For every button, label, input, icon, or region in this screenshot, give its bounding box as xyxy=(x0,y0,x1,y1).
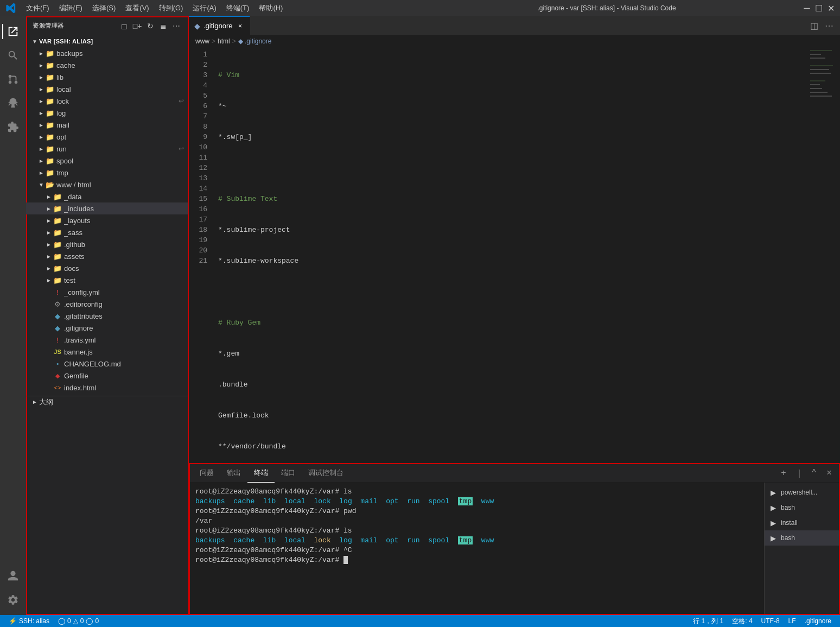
vscode-logo-icon xyxy=(5,3,16,14)
tree-item-gitattributes[interactable]: ► ◆ .gitattributes xyxy=(26,310,188,322)
panel-tab-terminal[interactable]: 终端 xyxy=(247,464,275,483)
activity-search[interactable] xyxy=(2,45,24,66)
terminal-line-ls1: backups cache lib local lock log mail op… xyxy=(195,497,758,506)
activity-account[interactable] xyxy=(2,565,24,587)
panel-maximize-button[interactable]: ^ xyxy=(807,466,820,479)
outline-section[interactable]: ► 大纲 xyxy=(26,396,188,408)
status-errors[interactable]: ◯ 0 △ 0 ◯ 0 xyxy=(54,615,103,627)
menu-help[interactable]: 帮助(H) xyxy=(254,2,287,14)
tree-item-cache[interactable]: ► 📁 cache xyxy=(26,59,188,71)
code-editor[interactable]: 1 2 3 4 5 6 7 8 9 10 11 12 13 14 15 16 1… xyxy=(189,47,840,463)
menu-run[interactable]: 运行(A) xyxy=(188,2,220,14)
tree-item-includes[interactable]: ► 📁 _includes xyxy=(26,202,188,214)
tree-item-sass[interactable]: ► 📁 _sass xyxy=(26,226,188,238)
tree-item-gemfile[interactable]: ► ◆ Gemfile xyxy=(26,370,188,382)
activity-explorer[interactable] xyxy=(2,21,24,42)
menu-view[interactable]: 查看(V) xyxy=(121,2,153,14)
tree-item-editorconfig[interactable]: ► ⚙ .editorconfig xyxy=(26,298,188,310)
folder-icon: 📁 xyxy=(46,85,54,93)
minimize-button[interactable]: ─ xyxy=(803,4,811,12)
tree-item-docs[interactable]: ► 📁 docs xyxy=(26,262,188,274)
tree-item-assets[interactable]: ► 📁 assets xyxy=(26,250,188,262)
terminal-output[interactable]: root@iZ2zeaqy08amcq9fk440kyZ:/var# ls ba… xyxy=(189,483,764,615)
status-cursor[interactable]: 行 1，列 1 xyxy=(689,615,728,627)
tree-item-spool[interactable]: ► 📁 spool xyxy=(26,155,188,167)
tree-item-gitignore[interactable]: ► ◆ .gitignore xyxy=(26,322,188,334)
status-eol[interactable]: LF xyxy=(784,615,800,627)
maximize-button[interactable]: ☐ xyxy=(815,4,823,12)
tree-item-tmp[interactable]: ► 📁 tmp xyxy=(26,167,188,179)
panel-tab-ports[interactable]: 端口 xyxy=(275,464,302,483)
tree-item-wwwhtml[interactable]: ▼ 📂 www / html xyxy=(26,179,188,191)
tree-label: _layouts xyxy=(64,217,188,225)
menu-select[interactable]: 选择(S) xyxy=(88,2,120,14)
tree-label: www / html xyxy=(56,181,188,189)
terminal-powershell[interactable]: ▶ powershell... xyxy=(765,485,840,500)
tree-item-indexhtml[interactable]: ► <> index.html xyxy=(26,382,188,394)
tree-root[interactable]: ▼ VAR [SSH: ALIAS] xyxy=(26,35,188,47)
close-button[interactable]: ✕ xyxy=(827,4,835,12)
new-folder-button[interactable]: □+ xyxy=(132,21,143,31)
tree-item-layouts[interactable]: ► 📁 _layouts xyxy=(26,214,188,226)
panel-tab-debug[interactable]: 调试控制台 xyxy=(302,464,350,483)
expand-icon: ► xyxy=(44,216,53,225)
breadcrumb-html[interactable]: html xyxy=(218,37,230,45)
terminal-bash-2[interactable]: ▶ bash xyxy=(765,530,840,546)
status-spaces[interactable]: 空格: 4 xyxy=(728,615,756,627)
folder-icon: 📁 xyxy=(53,264,62,273)
tree-item-mail[interactable]: ► 📁 mail xyxy=(26,119,188,131)
menu-goto[interactable]: 转到(G) xyxy=(155,2,188,14)
terminal-content: root@iZ2zeaqy08amcq9fk440kyZ:/var# ls ba… xyxy=(189,483,840,615)
folder-icon: 📁 xyxy=(46,73,54,81)
status-ssh[interactable]: ⚡ SSH: alias xyxy=(4,615,54,627)
terminal-bash-1[interactable]: ▶ bash xyxy=(765,500,840,515)
activity-extensions[interactable] xyxy=(2,116,24,138)
menu-terminal[interactable]: 终端(T) xyxy=(222,2,254,14)
breadcrumb-file[interactable]: ◆ .gitignore xyxy=(238,37,272,45)
tree-item-config-yml[interactable]: ► ! _config.yml xyxy=(26,286,188,298)
panel-close-button[interactable]: × xyxy=(823,466,836,479)
status-language[interactable]: .gitignore xyxy=(800,615,836,627)
tree-item-test[interactable]: ► 📁 test xyxy=(26,274,188,286)
more-tabs-button[interactable]: ⋯ xyxy=(823,19,836,32)
tree-item-lock[interactable]: ► 📁 lock ↩ xyxy=(26,95,188,107)
tree-item-github[interactable]: ► 📁 .github xyxy=(26,238,188,250)
split-editor-button[interactable]: ◫ xyxy=(807,19,820,32)
activity-settings[interactable] xyxy=(2,589,24,611)
activity-git[interactable] xyxy=(2,68,24,90)
status-language-label: .gitignore xyxy=(805,617,831,625)
terminal-split-button[interactable]: ❘ xyxy=(792,466,805,479)
tree-label: local xyxy=(56,85,188,93)
new-file-button[interactable]: ◻ xyxy=(119,21,130,31)
tree-item-data[interactable]: ► 📁 _data xyxy=(26,191,188,202)
tree-label: CHANGELOG.md xyxy=(64,360,188,368)
terminal-install[interactable]: ▶ install xyxy=(765,515,840,530)
tree-item-backups[interactable]: ► 📁 backups xyxy=(26,47,188,59)
svg-point-1 xyxy=(9,75,12,78)
tree-item-run[interactable]: ► 📁 run ↩ xyxy=(26,143,188,155)
tree-item-travis[interactable]: ► ! .travis.yml xyxy=(26,334,188,346)
tree-item-local[interactable]: ► 📁 local xyxy=(26,83,188,95)
panel-tab-output[interactable]: 输出 xyxy=(220,464,247,483)
tree-label: cache xyxy=(56,61,188,69)
line-numbers: 1 2 3 4 5 6 7 8 9 10 11 12 13 14 15 16 1… xyxy=(189,47,216,463)
breadcrumb-www[interactable]: www xyxy=(195,37,209,45)
status-encoding[interactable]: UTF-8 xyxy=(757,615,784,627)
more-actions-button[interactable]: ⋯ xyxy=(171,21,182,31)
tree-item-changelog[interactable]: ► ⚬ CHANGELOG.md xyxy=(26,358,188,370)
collapse-all-button[interactable]: ≣ xyxy=(158,21,169,31)
tree-item-log[interactable]: ► 📁 log xyxy=(26,107,188,119)
tab-gitignore[interactable]: ◆ .gitignore × xyxy=(189,16,250,35)
tree-item-opt[interactable]: ► 📁 opt xyxy=(26,131,188,143)
tab-close-button[interactable]: × xyxy=(236,22,244,30)
terminal-name: install xyxy=(781,519,798,527)
activity-debug[interactable] xyxy=(2,92,24,114)
menu-file[interactable]: 文件(F) xyxy=(22,2,54,14)
tree-item-bannerjs[interactable]: ► JS banner.js xyxy=(26,346,188,358)
menu-edit[interactable]: 编辑(E) xyxy=(55,2,87,14)
tree-item-lib[interactable]: ► 📁 lib xyxy=(26,71,188,83)
refresh-button[interactable]: ↻ xyxy=(145,21,156,31)
tree-label: run xyxy=(56,145,188,153)
panel-tab-problems[interactable]: 问题 xyxy=(193,464,220,483)
add-terminal-button[interactable]: + xyxy=(777,466,790,479)
